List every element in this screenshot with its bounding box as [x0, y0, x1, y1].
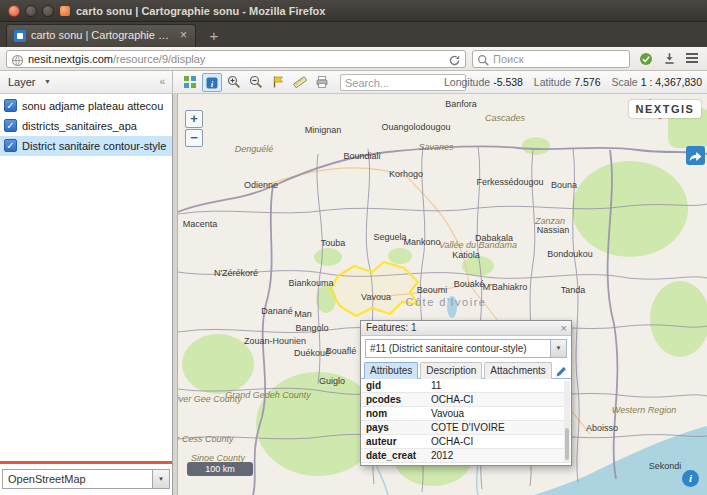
identify-icon: i: [205, 76, 219, 90]
popup-header[interactable]: Features: 1 ×: [361, 321, 571, 336]
navigation-bar: nesit.nextgis.com/resource/9/display: [0, 47, 707, 71]
attribute-value: Vavoua: [431, 407, 464, 420]
measure-ruler-icon: [293, 75, 307, 89]
attribute-key: nom: [361, 407, 431, 420]
features-popup[interactable]: Features: 1 × #11 (District sanitaire co…: [360, 320, 572, 466]
window-close-button[interactable]: [8, 5, 20, 17]
window-icon: [60, 6, 70, 16]
map-zoom-in-button[interactable]: +: [185, 110, 203, 128]
share-button[interactable]: [686, 146, 705, 165]
browser-search-input[interactable]: [493, 51, 623, 67]
window-minimize-button[interactable]: [25, 5, 37, 17]
layer-checkbox[interactable]: ✓: [4, 119, 17, 132]
layer-label: District sanitaire contour-style: [22, 140, 166, 152]
map-zoom-out-button[interactable]: −: [185, 129, 203, 147]
tab-close-icon[interactable]: ×: [176, 28, 191, 43]
layer-item[interactable]: ✓District sanitaire contour-style: [0, 136, 172, 156]
layer-label: sonu adjame plateau attecou: [22, 100, 163, 112]
latitude-label: Latitude: [534, 76, 571, 88]
chevron-down-icon: ▼: [44, 71, 51, 93]
attribute-value: 11: [431, 379, 441, 392]
layers-panel: ✓sonu adjame plateau attecou✓districts_s…: [0, 94, 173, 495]
attribute-key: pays: [361, 421, 431, 434]
tab-title: carto sonu | Cartographie sonu: [31, 25, 173, 46]
attribute-row: paysCOTE D'IVOIRE: [361, 421, 571, 435]
longitude-label: Longitude: [444, 76, 490, 88]
feature-selector-dropdown-icon[interactable]: ▼: [550, 340, 566, 357]
zoom-out-tool-button[interactable]: [246, 73, 266, 92]
attribute-row: gid11: [361, 379, 571, 393]
edit-pencil-icon: [555, 365, 568, 378]
layer-item[interactable]: ✓sonu adjame plateau attecou: [0, 96, 172, 116]
print-icon: [315, 75, 329, 89]
attribute-table: gid11pcodesOCHA-CInomVavouapaysCOTE D'IV…: [361, 379, 571, 463]
zoom-out-icon: [249, 75, 263, 89]
popup-tabs: AttributesDescriptionAttachments: [361, 361, 571, 379]
info-button[interactable]: i: [682, 470, 699, 487]
window-maximize-button[interactable]: [42, 5, 54, 17]
layers-panel-header[interactable]: Layer ▼ «: [0, 71, 173, 94]
attribute-row: auteurOCHA-CI: [361, 435, 571, 449]
page-globe-icon: [11, 53, 24, 71]
feature-selector[interactable]: #11 (District sanitaire contour-style) ▼: [365, 339, 567, 358]
url-text: nesit.nextgis.com/resource/9/display: [28, 51, 205, 67]
panel-divider: [0, 461, 172, 464]
browser-tab[interactable]: carto sonu | Cartographie sonu ×: [6, 24, 196, 47]
layer-item[interactable]: ✓districts_sanitaires_apa: [0, 116, 172, 136]
tab-bar: carto sonu | Cartographie sonu × +: [0, 22, 707, 47]
scale-bar: 100 km: [187, 462, 253, 476]
attribute-row: pcodesOCHA-CI: [361, 393, 571, 407]
popup-title: Features: 1: [366, 321, 417, 335]
measure-tool-button[interactable]: [290, 73, 310, 92]
reload-icon[interactable]: [448, 53, 462, 66]
attribute-key: gid: [361, 379, 431, 392]
attribute-value: OCHA-CI: [431, 393, 473, 406]
scale-label: Scale: [611, 76, 637, 88]
addon-icon: [639, 52, 653, 66]
map-status-bar: Longitude-5.538 Latitude7.576 Scale1 : 4…: [436, 71, 702, 93]
full-extent-button[interactable]: [180, 73, 200, 92]
hamburger-menu-icon: [685, 52, 699, 64]
scale-value: 1 : 4,367,830: [641, 76, 702, 88]
layers-list: ✓sonu adjame plateau attecou✓districts_s…: [0, 96, 172, 156]
attribute-value: 2012: [431, 449, 453, 462]
url-bar[interactable]: nesit.nextgis.com/resource/9/display: [6, 50, 466, 68]
attribute-value: COTE D'IVOIRE: [431, 421, 505, 434]
basemap-label: OpenStreetMap: [8, 470, 86, 488]
downloads-button[interactable]: [659, 50, 679, 68]
popup-tab-description[interactable]: Description: [420, 362, 482, 379]
basemap-dropdown-icon[interactable]: ▼: [152, 470, 169, 488]
bookmark-flag-icon: [271, 75, 285, 89]
popup-close-icon[interactable]: ×: [561, 321, 567, 335]
popup-scrollbar-thumb[interactable]: [565, 428, 569, 460]
popup-scrollbar[interactable]: [564, 381, 570, 462]
window-titlebar[interactable]: carto sonu | Cartographie sonu - Mozilla…: [0, 0, 707, 22]
attribute-row: nomVavoua: [361, 407, 571, 421]
browser-search-bar[interactable]: [472, 50, 630, 68]
latitude-value: 7.576: [574, 76, 600, 88]
nextgis-logo[interactable]: NEXTGIS: [629, 100, 701, 118]
layer-checkbox[interactable]: ✓: [4, 139, 17, 152]
firefox-window: carto sonu | Cartographie sonu - Mozilla…: [0, 0, 707, 495]
basemap-select[interactable]: OpenStreetMap ▼: [2, 469, 170, 489]
print-tool-button[interactable]: [312, 73, 332, 92]
panel-collapse-icon[interactable]: «: [159, 71, 165, 93]
popup-tab-attributes[interactable]: Attributes: [364, 362, 418, 379]
menu-button[interactable]: [682, 50, 702, 68]
attribute-key: auteur: [361, 435, 431, 448]
popup-tab-attachments[interactable]: Attachments: [484, 362, 552, 379]
bookmark-tool-button[interactable]: [268, 73, 288, 92]
url-domain: nesit.nextgis.com: [28, 53, 113, 65]
attribute-value: OCHA-CI: [431, 435, 473, 448]
addon-button[interactable]: [636, 50, 656, 68]
zoom-in-tool-button[interactable]: [224, 73, 244, 92]
identify-tool-button[interactable]: i: [202, 73, 222, 92]
new-tab-button[interactable]: +: [201, 27, 227, 46]
search-magnifier-icon: [477, 53, 490, 71]
tab-favicon-icon: [14, 30, 26, 42]
edit-feature-button[interactable]: [555, 364, 570, 379]
map-area[interactable]: BanforaCascadesSud-OuestRegionMinignanOu…: [178, 94, 707, 495]
feature-selector-label: #11 (District sanitaire contour-style): [370, 340, 548, 357]
layer-checkbox[interactable]: ✓: [4, 99, 17, 112]
attribute-row: date_creat2012: [361, 449, 571, 463]
